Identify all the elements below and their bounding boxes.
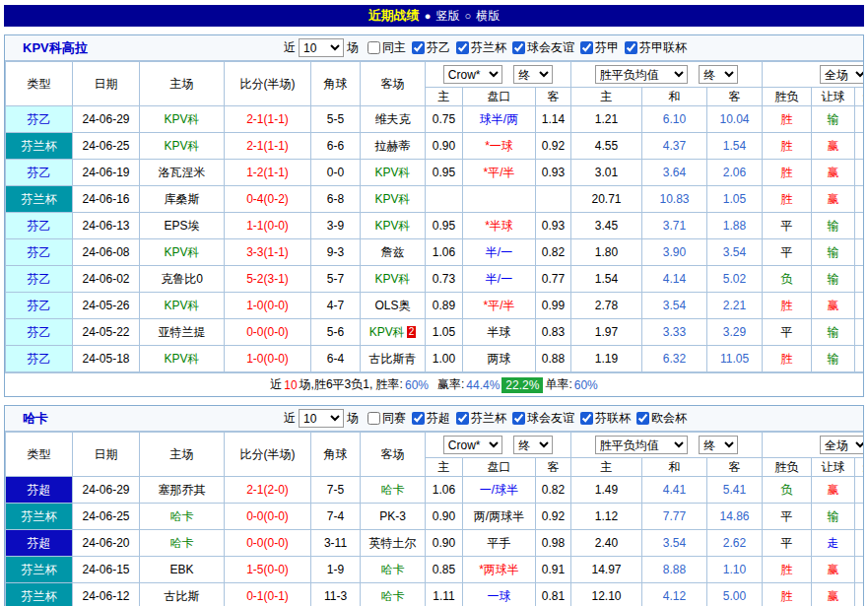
cell-handicap-home-odds: 0.95: [426, 213, 463, 239]
cell-result: 胜: [763, 133, 812, 160]
kpv-league-filter-4[interactable]: 芬甲联杯: [625, 39, 687, 56]
cell-win-odds: 3.01: [571, 160, 642, 186]
match-row: 芬超24-06-20哈卡0-0(0-0)3-11英特土尔0.90平手0.982.…: [6, 530, 865, 557]
kpv-league-checkbox-1[interactable]: [456, 41, 469, 54]
vertical-layout-label[interactable]: 竖版: [436, 8, 460, 25]
cell-goals: [855, 477, 864, 504]
cell-handicap-home-odds: 1.06: [426, 239, 463, 266]
kpv-same-label: 同主: [382, 39, 406, 56]
horizontal-layout-label[interactable]: 横版: [476, 8, 500, 25]
kpv-same-checkbox[interactable]: [367, 41, 380, 54]
cell-corners: 9-3: [311, 239, 361, 266]
kpv-league-checkbox-4[interactable]: [625, 41, 637, 54]
cell-handicap-result: 输: [812, 266, 855, 293]
cell-away-team: KPV科: [361, 186, 426, 213]
kpv-league-checkbox-3[interactable]: [580, 41, 593, 54]
cell-home-team: KPV科: [140, 106, 225, 133]
haka-league-filter-1[interactable]: 芬兰杯: [456, 410, 506, 427]
cell-away-team: OLS奥: [361, 293, 426, 319]
cell-handicap: 一球: [463, 583, 536, 606]
cell-result: 平: [763, 319, 812, 346]
haka-same-filter[interactable]: 同赛: [367, 410, 406, 427]
haka-wdl-average-select[interactable]: 胜平负均值: [595, 436, 688, 454]
cell-lose-odds: 2.06: [707, 160, 763, 186]
cell-draw-odds: 4.37: [642, 133, 707, 160]
haka-wdl-time-select[interactable]: 终: [699, 436, 738, 454]
haka-league-checkbox-0[interactable]: [412, 412, 425, 425]
summary-win-rate: 60%: [405, 378, 429, 392]
kpv-league-checkbox-2[interactable]: [512, 41, 525, 54]
haka-scope-select-cell: 全场: [763, 433, 864, 458]
haka-odds-time-select[interactable]: 终: [513, 436, 553, 454]
kpv-wdl-average-select[interactable]: 胜平负均值: [595, 65, 688, 84]
cell-lose-odds: 14.86: [707, 504, 763, 530]
col-win-odds: 主: [571, 88, 642, 106]
horizontal-layout-radio-icon[interactable]: ○: [465, 10, 472, 22]
cell-score: 0-4(0-2): [225, 186, 311, 213]
cell-handicap-away-odds: 0.93: [536, 160, 571, 186]
haka-league-filter-2[interactable]: 球会友谊: [512, 410, 574, 427]
kpv-league-filter-1[interactable]: 芬兰杯: [456, 39, 506, 56]
kpv-odds-company-select[interactable]: Crow*: [443, 65, 502, 84]
cell-score: 0-0(0-0): [225, 319, 311, 346]
cell-goals: [855, 293, 864, 319]
kpv-wdl-time-select[interactable]: 终: [699, 65, 738, 84]
kpv-same-filter[interactable]: 同主: [367, 39, 406, 56]
haka-league-filter-0[interactable]: 芬超: [412, 410, 450, 427]
summary-near: 近: [270, 376, 282, 393]
col-draw-odds: 和: [642, 458, 707, 477]
col-corner: 角球: [311, 62, 361, 106]
haka-odds-company-select[interactable]: Crow*: [443, 436, 502, 454]
kpv-league-filter-2[interactable]: 球会友谊: [512, 39, 574, 56]
cell-handicap-away-odds: 1.14: [536, 106, 571, 133]
cell-home-team: KPV科: [140, 346, 225, 372]
cell-corners: 3-9: [311, 213, 361, 239]
haka-league-checkbox-3[interactable]: [580, 412, 593, 425]
cell-goals: [855, 504, 864, 530]
haka-league-checkbox-2[interactable]: [512, 412, 525, 425]
cell-goals: [855, 186, 864, 213]
cell-result: 平: [763, 530, 812, 557]
cell-handicap-home-odds: 1.06: [426, 477, 463, 504]
cell-handicap-result: 输: [812, 346, 855, 372]
cell-away-team: 哈卡: [361, 477, 426, 504]
cell-score: 0-0(0-0): [225, 530, 311, 557]
col-away: 客场: [361, 62, 426, 106]
cell-league-type: 芬乙: [6, 293, 73, 319]
haka-same-label: 同赛: [382, 410, 406, 427]
cell-goals: [855, 557, 864, 583]
cell-draw-odds: 4.14: [642, 266, 707, 293]
col-score: 比分(半场): [225, 62, 311, 106]
haka-league-checkbox-4[interactable]: [636, 412, 649, 425]
haka-league-filter-3[interactable]: 芬联杯: [580, 410, 631, 427]
haka-league-checkbox-1[interactable]: [456, 412, 469, 425]
cell-handicap-home-odds: [426, 186, 463, 213]
cell-score: 0-1(0-1): [225, 583, 311, 606]
vertical-layout-radio-icon[interactable]: ●: [425, 10, 432, 22]
haka-recent-count-select[interactable]: 10: [299, 409, 344, 428]
cell-draw-odds: 6.32: [642, 346, 707, 372]
kpv-odds-time-select[interactable]: 终: [513, 65, 553, 84]
kpv-recent-count-select[interactable]: 10: [299, 38, 344, 57]
cell-score: 2-1(1-1): [225, 106, 311, 133]
cell-handicap-home-odds: 0.95: [426, 160, 463, 186]
cell-handicap-home-odds: 0.90: [426, 133, 463, 160]
cell-away-team: KPV科: [361, 160, 426, 186]
kpv-team-name: KPV科高拉: [23, 39, 281, 57]
haka-same-checkbox[interactable]: [367, 412, 380, 425]
kpv-league-filter-3[interactable]: 芬甲: [580, 39, 619, 56]
match-row: 芬乙24-05-18KPV科1-0(0-0)6-4古比斯青1.00两球0.881…: [6, 346, 865, 372]
cell-score: 5-2(3-1): [225, 266, 311, 293]
cell-draw-odds: 3.90: [642, 239, 707, 266]
kpv-league-filter-0[interactable]: 芬乙: [412, 39, 450, 56]
kpv-scope-select[interactable]: 全场: [820, 65, 864, 84]
cell-handicap-away-odds: 0.82: [536, 239, 571, 266]
kpv-league-checkbox-0[interactable]: [412, 41, 425, 54]
cell-win-odds: 12.10: [571, 583, 642, 606]
haka-league-filter-4[interactable]: 欧会杯: [636, 410, 687, 427]
cell-league-type: 芬乙: [6, 239, 73, 266]
kpv-section: KPV科高拉 近 10 场 同主 芬乙 芬兰杯 球会友谊: [4, 34, 864, 397]
kpv-scope-select-cell: 全场: [763, 62, 864, 88]
cell-date: 24-06-08: [73, 239, 140, 266]
haka-scope-select[interactable]: 全场: [820, 436, 864, 454]
